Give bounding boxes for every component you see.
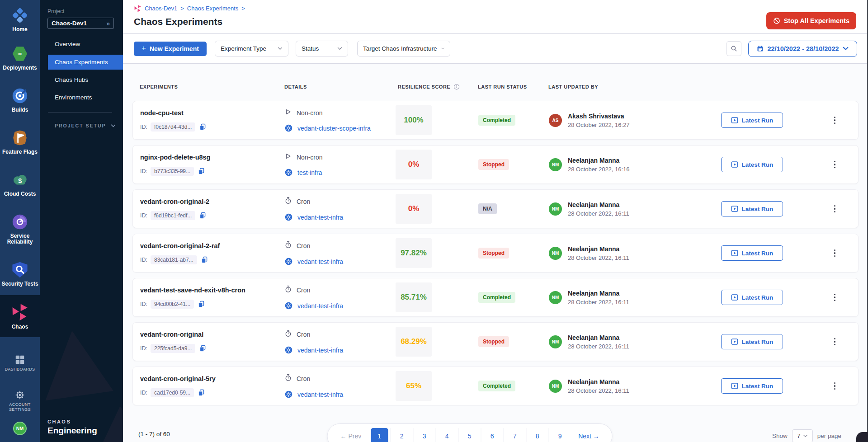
copy-icon[interactable] [198,301,205,308]
rail-item-builds[interactable]: Builds [0,79,40,121]
rail-item-service-reliability[interactable]: Service Reliability [0,205,40,253]
project-selector[interactable]: Chaos-Dev1 » [47,18,114,29]
infrastructure-link[interactable]: vedant-test-infra [297,347,343,354]
infrastructure-link[interactable]: vedant-test-infra [297,391,343,398]
infrastructure-link[interactable]: vedant-test-infra [297,258,343,265]
nav-item-overview[interactable]: Overview [40,35,123,53]
experiment-id: ID: cad17ed0-59... [140,388,285,397]
latest-run-button[interactable]: Latest Run [721,113,783,128]
nav-item-chaos-experiments[interactable]: Chaos Experiments [48,55,123,70]
action-cell: Latest Run [721,378,783,394]
experiment-name[interactable]: nginx-pod-delete-u8sg [140,154,285,161]
experiment-name[interactable]: vedant-cron-original-2-raf [140,242,285,249]
copy-icon[interactable] [199,212,206,219]
experiment-name[interactable]: vedant-cron-original [140,331,285,338]
page-button-6[interactable]: 6 [481,428,503,442]
copy-icon[interactable] [198,389,205,396]
last-updated-by-cell: NM Neelanjan Manna 28 October 2022, 16:1… [549,290,721,306]
search-button[interactable] [726,41,741,56]
id-prefix: ID: [140,301,147,307]
rail-label: Deployments [2,65,38,71]
rail-item-home[interactable]: Home [0,0,40,37]
project-setup-toggle[interactable]: PROJECT SETUP [40,123,123,128]
rail-item-deployments[interactable]: ∞ Deployments [0,37,40,79]
svg-text:∞: ∞ [17,50,23,58]
nav-item-environments[interactable]: Environments [40,89,123,106]
experiment-type-filter[interactable]: Experiment Type [215,41,288,56]
status-badge: Completed [478,292,515,303]
copy-icon[interactable] [198,168,205,175]
row-menu-button[interactable] [832,115,838,126]
kubernetes-icon [285,302,292,310]
page-button-9[interactable]: 9 [548,428,571,442]
infrastructure-link[interactable]: vedant-test-infra [297,214,343,221]
rail-item-account-settings[interactable]: ACCOUNT SETTINGS [6,386,33,419]
status-filter[interactable]: Status [296,41,348,56]
run-icon [731,206,738,212]
timer-icon [285,197,292,204]
project-name: Chaos-Dev1 [52,20,106,27]
id-value: 225fcad5-da9... [151,344,195,353]
stop-all-experiments-button[interactable]: Stop All Experiments [766,12,856,29]
next-page-button[interactable]: Next → [571,428,607,442]
page-button-4[interactable]: 4 [435,428,458,442]
latest-run-button[interactable]: Latest Run [721,290,783,305]
row-menu-button[interactable] [832,381,838,392]
copy-icon[interactable] [199,123,206,131]
run-icon [731,117,738,123]
rail-item-security-tests[interactable]: Security Tests [0,253,40,295]
rail-item-chaos[interactable]: Chaos [0,295,40,337]
play-icon [285,108,292,115]
page-button-3[interactable]: 3 [413,428,435,442]
experiment-id: ID: 83cab181-ab7... [140,255,285,264]
new-experiment-button[interactable]: + New Experiment [134,42,207,56]
resilience-score: 65% [396,371,432,401]
last-updated-by-cell: NM Neelanjan Manna 28 October 2022, 16:1… [549,245,721,261]
row-menu-button[interactable] [832,336,838,348]
row-menu-button[interactable] [832,248,838,259]
latest-run-button[interactable]: Latest Run [721,157,783,172]
resilience-score: 0% [396,150,432,179]
per-page-select[interactable]: 7 [792,429,813,442]
page-button-2[interactable]: 2 [390,428,413,442]
page-button-1[interactable]: 1 [371,428,388,442]
infrastructure-link[interactable]: vedant-cluster-scope-infra [297,125,371,132]
page-button-8[interactable]: 8 [526,428,548,442]
avatar: AS [549,114,562,127]
row-menu-button[interactable] [832,292,838,303]
row-menu-button[interactable] [832,203,838,215]
breadcrumb-project[interactable]: Chaos-Dev1 [145,5,177,12]
rail-item-cloud-costs[interactable]: $ Cloud Costs [0,163,40,205]
latest-run-button[interactable]: Latest Run [721,245,783,261]
rail-bottom: DASHBOARDS ACCOUNT SETTINGS NM [0,351,40,442]
infrastructure-link[interactable]: test-infra [297,169,322,176]
copy-icon[interactable] [199,345,206,352]
info-icon[interactable] [453,84,460,90]
user-name: Neelanjan Manna [568,157,630,164]
experiment-name[interactable]: node-cpu-test [140,109,285,117]
prev-page-button[interactable]: ← Prev [333,428,368,442]
experiment-name[interactable]: vedant-test-save-nd-exit-v8h-cron [140,287,285,294]
user-avatar[interactable]: NM [13,422,27,435]
rail-item-dashboards[interactable]: DASHBOARDS [5,351,35,386]
latest-run-button[interactable]: Latest Run [721,201,783,216]
rail-item-feature-flags[interactable]: Feature Flags [0,121,40,163]
experiment-name[interactable]: vedant-cron-original-2 [140,198,285,205]
latest-run-button[interactable]: Latest Run [721,334,783,349]
copy-icon[interactable] [201,256,208,263]
search-icon [731,45,737,52]
infrastructure-link[interactable]: vedant-test-infra [297,302,343,310]
latest-run-button[interactable]: Latest Run [721,378,783,394]
page-button-7[interactable]: 7 [503,428,526,442]
experiment-type-label: Non-cron [297,154,323,161]
date-range-picker[interactable]: 22/10/2022 - 28/10/2022 [748,41,857,57]
nav-item-chaos-hubs[interactable]: Chaos Hubs [40,71,123,89]
page-button-5[interactable]: 5 [458,428,481,442]
experiment-cell: vedant-test-save-nd-exit-v8h-cron ID: 94… [140,287,285,309]
target-infra-filter[interactable]: Target Chaos Infrastructure [357,41,450,56]
experiment-row: vedant-cron-original ID: 225fcad5-da9...… [132,322,859,361]
breadcrumb-chaos-experiments[interactable]: Chaos Experiments [187,5,238,12]
home-icon [12,7,28,24]
row-menu-button[interactable] [832,159,838,170]
experiment-name[interactable]: vedant-cron-original-5ry [140,375,285,382]
